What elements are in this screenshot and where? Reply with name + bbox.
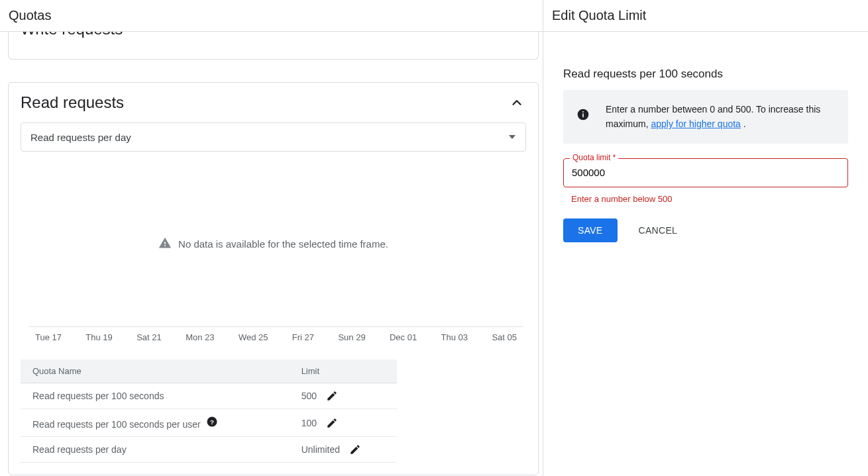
warning-icon [158,236,172,252]
chart-axis: Tue 17 Thu 19 Sat 21 Mon 23 Wed 25 Fri 2… [28,326,523,342]
read-requests-header[interactable]: Read requests [21,83,526,122]
no-data-text: No data is available for the selected ti… [178,238,388,250]
quota-limit-input[interactable] [563,158,848,187]
edit-panel-title: Edit Quota Limit [543,0,868,32]
apply-higher-quota-link[interactable]: apply for higher quota [651,119,740,129]
help-icon[interactable]: ? [206,416,218,428]
edit-icon[interactable] [326,417,338,429]
read-requests-card: Read requests Read requests per day [8,82,539,475]
limit-value: Unlimited [301,444,340,455]
col-limit: Limit [290,359,397,383]
dropdown-icon [508,132,516,143]
quota-limit-error: Enter a number below 500 [563,191,848,204]
edit-icon[interactable] [349,444,361,455]
write-requests-title: Write requests [21,32,123,38]
axis-tick: Thu 03 [441,332,468,342]
table-row: Read requests per dayUnlimited [21,437,397,463]
axis-tick: Dec 01 [390,332,417,342]
axis-tick: Sun 29 [338,332,365,342]
save-button[interactable]: SAVE [563,218,618,242]
table-row: Read requests per 100 seconds500 [21,383,397,409]
limit-value: 500 [301,391,317,401]
info-icon [576,108,590,125]
chart-area: No data is available for the selected ti… [21,161,526,326]
axis-tick: Mon 23 [186,332,214,342]
edit-quota-subtitle: Read requests per 100 seconds [563,68,848,81]
quota-name-cell: Read requests per 100 seconds [21,383,290,409]
quota-name-cell: Read requests per day [21,437,290,463]
svg-text:?: ? [210,418,214,426]
quota-name-cell: Read requests per 100 seconds per user? [21,409,290,437]
axis-tick: Wed 25 [239,332,268,342]
limit-value: 100 [301,418,317,428]
read-requests-title: Read requests [21,93,124,112]
info-banner: Enter a number between 0 and 500. To inc… [563,90,848,144]
quota-select[interactable]: Read requests per day [21,122,526,152]
quota-table: Quota Name Limit Read requests per 100 s… [21,359,397,463]
chevron-up-icon[interactable] [508,93,526,112]
edit-icon[interactable] [326,390,338,402]
quota-limit-label: Quota limit * [570,153,618,162]
svg-rect-4 [582,111,584,113]
axis-tick: Thu 19 [85,332,112,342]
axis-tick: Tue 17 [35,332,62,342]
axis-tick: Sat 05 [492,332,517,342]
table-row: Read requests per 100 seconds per user?1… [21,409,397,437]
quota-select-label: Read requests per day [30,132,131,143]
info-text: Enter a number between 0 and 500. To inc… [606,102,835,132]
axis-tick: Sat 21 [136,332,162,342]
write-requests-card[interactable]: Write requests [8,32,539,60]
cancel-button[interactable]: CANCEL [635,224,682,236]
col-quota-name: Quota Name [21,359,290,383]
page-title: Quotas [0,0,543,32]
svg-rect-3 [582,114,584,118]
axis-tick: Fri 27 [292,332,314,342]
